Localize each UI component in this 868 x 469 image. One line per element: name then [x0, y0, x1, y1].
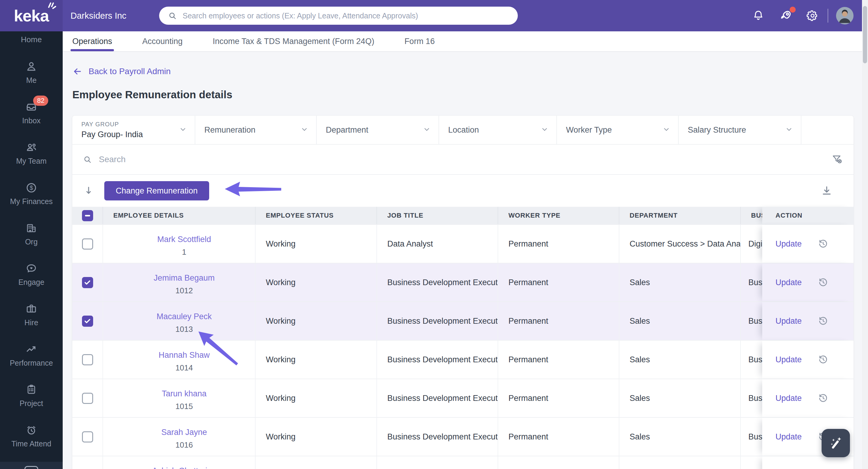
sidebar-item-performance[interactable]: Performance [10, 343, 53, 368]
logo-text: keka [14, 7, 49, 25]
table-search-input[interactable] [99, 155, 825, 164]
page-scrollbar[interactable] [862, 0, 868, 469]
scrollbar-thumb[interactable] [863, 6, 867, 63]
sidebar-item-org[interactable]: Org [25, 222, 38, 246]
bell-icon[interactable] [752, 9, 765, 22]
row-checkbox[interactable] [72, 456, 103, 469]
back-arrow-icon [72, 66, 83, 76]
keka-logo[interactable]: keka [0, 0, 63, 31]
department-cell: Customer Success > Data Analys [619, 225, 741, 263]
employee-id: 1015 [176, 402, 193, 411]
magic-wand-button[interactable] [822, 429, 850, 457]
employee-status-cell: Working [255, 379, 377, 417]
row-checkbox[interactable] [72, 341, 103, 379]
row-checkbox[interactable] [72, 263, 103, 302]
sort-icon[interactable] [83, 185, 95, 197]
sidebar-item-my-team[interactable]: My Team [16, 141, 47, 165]
tab-form-16[interactable]: Form 16 [404, 31, 435, 51]
department-cell: Sales [619, 341, 741, 379]
history-icon[interactable] [817, 238, 829, 250]
employee-name-link[interactable]: Hannah Shaw [158, 351, 210, 360]
sidebar-item-engage[interactable]: Engage [19, 262, 44, 287]
employee-status-cell: Working [255, 418, 377, 456]
back-link[interactable]: Back to Payroll Admin [72, 66, 170, 76]
update-link[interactable]: Update [775, 394, 802, 403]
update-link[interactable]: Update [775, 432, 802, 442]
employee-table: EMPLOYEE DETAILS EMPLOYEE STATUS JOB TIT… [72, 207, 854, 469]
sidebar-item-my-finances[interactable]: $ My Finances [10, 181, 53, 206]
svg-text:$: $ [30, 184, 33, 191]
tab-accounting[interactable]: Accounting [142, 31, 183, 51]
row-checkbox[interactable] [72, 418, 103, 456]
sidebar-item-home[interactable]: Home [21, 35, 41, 44]
header-worker-type: WORKER TYPE [498, 207, 619, 224]
search-icon [167, 11, 177, 21]
employee-details-cell: Sarah Jayne1016 [103, 418, 255, 456]
employee-name-link[interactable]: Mark Scottfield [157, 235, 211, 244]
download-icon[interactable] [820, 184, 833, 197]
rocket-icon[interactable] [779, 8, 793, 23]
employee-status-cell: Working [255, 341, 377, 379]
row-checkbox[interactable] [72, 302, 103, 340]
filter-empty-cell [801, 116, 854, 144]
employee-name-link[interactable]: Tarun khana [162, 389, 207, 399]
global-search-input[interactable]: Search employees or actions (Ex: Apply L… [159, 7, 518, 25]
update-link[interactable]: Update [775, 355, 802, 365]
employee-id: 1013 [176, 325, 193, 334]
update-link[interactable]: Update [775, 278, 802, 287]
update-link[interactable]: Update [775, 316, 802, 326]
magic-wand-icon [828, 435, 844, 451]
worker-type-cell: Permanent [498, 263, 619, 302]
change-remuneration-button[interactable]: Change Remuneration [104, 181, 209, 200]
table-row: Tarun khana1015WorkingBusiness Developme… [72, 379, 854, 417]
sidebar-item-me[interactable]: Me [25, 60, 38, 85]
job-title-cell: Business Development Executiv [377, 263, 498, 302]
remuneration-filter[interactable]: Remuneration [195, 116, 317, 144]
company-name[interactable]: Darksiders Inc [70, 0, 126, 31]
salary-structure-filter[interactable]: Salary Structure [679, 116, 801, 144]
finances-icon: $ [25, 181, 38, 194]
department-cell: Sales [619, 263, 741, 302]
row-checkbox[interactable] [72, 379, 103, 417]
worker-type-cell: Permanent [498, 341, 619, 379]
table-row: Hannah Shaw1014WorkingBusiness Developme… [72, 340, 854, 379]
employee-name-link[interactable]: Jemima Begaum [154, 274, 215, 283]
table-toolbar: Change Remuneration [72, 174, 854, 207]
employee-name-link[interactable]: Ashish Chatterjee [152, 467, 216, 469]
filter-row: PAY GROUP Pay Group- India Remuneration … [72, 116, 854, 144]
tab-operations[interactable]: Operations [72, 31, 112, 51]
department-filter[interactable]: Department [317, 116, 439, 144]
worker-type-cell: Permanent [498, 302, 619, 340]
team-icon [25, 141, 38, 154]
history-icon[interactable] [817, 277, 829, 288]
history-icon[interactable] [817, 393, 829, 404]
job-title-cell: Business Development Executiv [377, 379, 498, 417]
tab-income-tax[interactable]: Income Tax & TDS Management (Form 24Q) [213, 31, 374, 51]
job-title-cell [377, 456, 498, 469]
pay-group-filter[interactable]: PAY GROUP Pay Group- India [72, 116, 195, 144]
history-icon[interactable] [817, 315, 829, 327]
employee-status-cell: Working [255, 225, 377, 263]
filter-clear-icon[interactable] [831, 153, 843, 165]
avatar[interactable] [836, 7, 854, 24]
topbar-actions [752, 0, 854, 31]
history-icon[interactable] [817, 354, 829, 365]
update-link[interactable]: Update [775, 239, 802, 249]
worker-type-filter[interactable]: Worker Type [557, 116, 679, 144]
sidebar-item-project[interactable]: Project [20, 383, 43, 408]
hire-icon [25, 302, 38, 316]
sidebar-item-time-attend[interactable]: Time Attend [11, 424, 51, 448]
sidebar-item-inbox[interactable]: 82 Inbox [22, 100, 40, 125]
sidebar-item-hire[interactable]: Hire [24, 302, 38, 327]
employee-id: 1014 [176, 364, 193, 372]
location-filter[interactable]: Location [439, 116, 557, 144]
employee-name-link[interactable]: Sarah Jayne [161, 428, 207, 437]
gear-icon[interactable] [806, 9, 819, 22]
select-all-checkbox[interactable] [72, 207, 103, 224]
employee-name-link[interactable]: Macauley Peck [156, 312, 212, 321]
department-cell: Sales [619, 418, 741, 456]
row-checkbox[interactable] [72, 225, 103, 263]
header-job-title: JOB TITLE [377, 207, 498, 224]
employee-status-cell: Working [255, 302, 377, 340]
sidebar-item-payroll-active[interactable]: $ [0, 462, 63, 469]
